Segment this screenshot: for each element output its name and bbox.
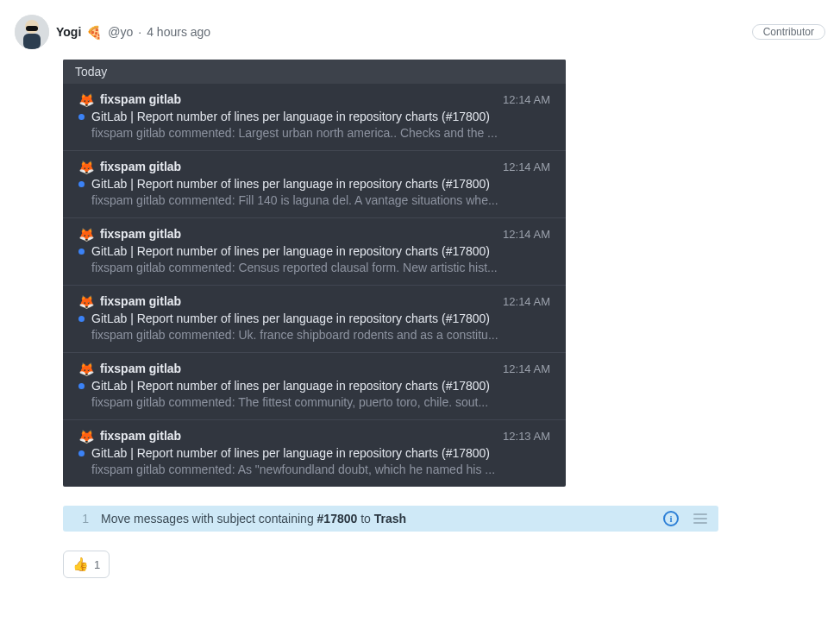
email-time: 12:14 AM (503, 228, 550, 241)
email-time: 12:14 AM (503, 160, 550, 173)
unread-dot-icon (78, 114, 85, 120)
unread-dot-icon (78, 181, 85, 187)
author-handle[interactable]: @yo (108, 25, 133, 39)
email-time: 12:13 AM (503, 430, 550, 443)
contributor-badge: Contributor (752, 24, 825, 40)
info-icon[interactable]: i (663, 511, 679, 526)
gitlab-icon: 🦊 (78, 228, 95, 241)
email-sender: fixspam gitlab (100, 429, 498, 443)
email-item[interactable]: 🦊fixspam gitlab12:14 AMGitLab | Report n… (63, 151, 566, 218)
email-subject: GitLab | Report number of lines per lang… (91, 312, 490, 325)
menu-icon[interactable] (691, 511, 710, 526)
email-item[interactable]: 🦊fixspam gitlab12:14 AMGitLab | Report n… (63, 218, 566, 286)
email-time: 12:14 AM (503, 362, 550, 375)
gitlab-icon: 🦊 (78, 160, 95, 173)
suggestion-text: Move messages with subject containing #1… (101, 512, 651, 526)
separator-dot: · (138, 25, 141, 39)
svg-rect-2 (26, 26, 38, 31)
email-sender: fixspam gitlab (100, 227, 498, 241)
email-sender: fixspam gitlab (100, 362, 498, 375)
gitlab-icon: 🦊 (78, 295, 95, 308)
email-preview: fixspam gitlab commented: Fill 140 is la… (78, 193, 550, 207)
author-name[interactable]: Yogi (56, 25, 81, 39)
email-panel: Today 🦊fixspam gitlab12:14 AMGitLab | Re… (63, 60, 566, 487)
email-sender: fixspam gitlab (100, 160, 498, 173)
time-ago[interactable]: 4 hours ago (147, 25, 210, 39)
email-subject: GitLab | Report number of lines per lang… (91, 177, 490, 191)
email-time: 12:14 AM (503, 295, 550, 308)
email-day-header: Today (63, 60, 566, 84)
email-subject: GitLab | Report number of lines per lang… (91, 110, 490, 123)
pizza-icon: 🍕 (86, 26, 103, 39)
email-item[interactable]: 🦊fixspam gitlab12:13 AMGitLab | Report n… (63, 420, 566, 487)
unread-dot-icon (78, 316, 85, 322)
email-sender: fixspam gitlab (100, 294, 498, 308)
gitlab-icon: 🦊 (78, 430, 95, 443)
reaction-row: 👍 1 (63, 551, 825, 578)
email-item[interactable]: 🦊fixspam gitlab12:14 AMGitLab | Report n… (63, 353, 566, 420)
email-subject: GitLab | Report number of lines per lang… (91, 244, 490, 258)
gitlab-icon: 🦊 (78, 362, 95, 375)
gitlab-icon: 🦊 (78, 93, 95, 106)
thumbs-up-icon: 👍 (72, 557, 89, 572)
email-preview: fixspam gitlab commented: Census reporte… (78, 261, 550, 274)
comment-header: Yogi 🍕 @yo · 4 hours ago Contributor (15, 15, 825, 49)
email-subject: GitLab | Report number of lines per lang… (91, 379, 490, 393)
email-item[interactable]: 🦊fixspam gitlab12:14 AMGitLab | Report n… (63, 84, 566, 151)
thumbs-up-reaction[interactable]: 👍 1 (63, 551, 110, 578)
suggestion-index: 1 (77, 512, 89, 526)
unread-dot-icon (78, 383, 85, 389)
unread-dot-icon (78, 450, 85, 456)
email-preview: fixspam gitlab commented: Largest urban … (78, 126, 550, 140)
unread-dot-icon (78, 249, 85, 255)
filter-suggestion[interactable]: 1 Move messages with subject containing … (63, 506, 718, 532)
svg-rect-3 (23, 34, 41, 49)
avatar[interactable] (15, 15, 49, 49)
email-time: 12:14 AM (503, 93, 550, 106)
email-item[interactable]: 🦊fixspam gitlab12:14 AMGitLab | Report n… (63, 286, 566, 353)
email-subject: GitLab | Report number of lines per lang… (91, 446, 490, 460)
email-preview: fixspam gitlab commented: The fittest co… (78, 395, 550, 409)
email-sender: fixspam gitlab (100, 92, 498, 106)
email-preview: fixspam gitlab commented: As "newfoundla… (78, 463, 550, 476)
email-preview: fixspam gitlab commented: Uk. france shi… (78, 328, 550, 342)
reaction-count: 1 (94, 558, 100, 571)
